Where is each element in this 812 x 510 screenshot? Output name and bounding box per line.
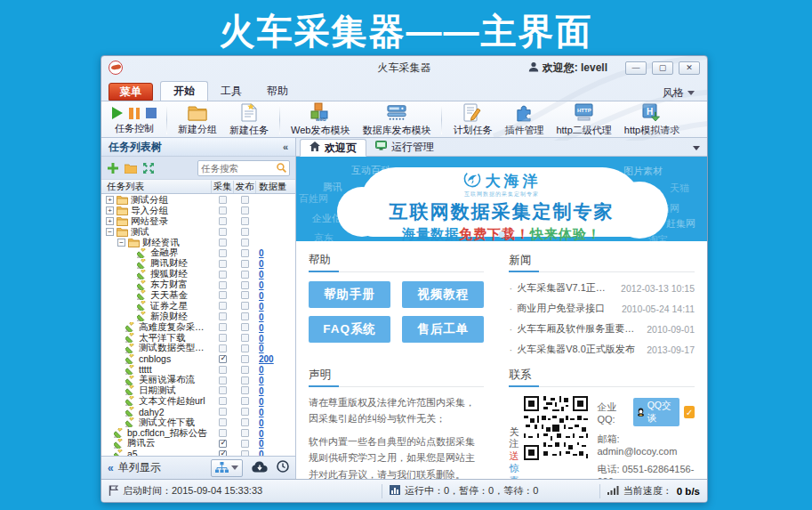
publish-checkbox[interactable] — [241, 334, 249, 342]
publish-checkbox[interactable] — [241, 271, 249, 279]
qq-chat-button[interactable]: QQ交谈 — [633, 398, 680, 426]
collect-checkbox[interactable] — [219, 217, 227, 225]
publish-checkbox[interactable] — [241, 440, 249, 448]
group-folder-icon[interactable] — [125, 162, 137, 174]
close-button[interactable]: ✕ — [679, 61, 700, 75]
publish-checkbox[interactable] — [241, 302, 249, 310]
maximize-button[interactable]: ▢ — [652, 61, 673, 75]
publish-checkbox[interactable] — [241, 217, 249, 225]
publish-checkbox[interactable] — [241, 260, 249, 268]
promo-banner[interactable]: 互动百科腾讯百姓网企业信息京东图片素材微信天猫当当网赶集网淘宝 大海洋 互联网数… — [296, 157, 707, 241]
tab-start[interactable]: 开始 — [160, 81, 208, 101]
news-item[interactable]: ·火车车厢及软件服务重要奖励公告2010-09-01 — [509, 319, 695, 339]
cloud-download-icon[interactable] — [252, 460, 268, 476]
tree-item-label[interactable]: 文本文件起始url — [139, 395, 212, 408]
help-button[interactable]: 视频教程 — [402, 281, 484, 308]
data-count-link[interactable]: 0 — [259, 408, 264, 417]
column-collect[interactable]: 采集 — [212, 181, 234, 193]
news-item-text[interactable]: 商业用户免登录接口 — [517, 302, 615, 315]
collect-checkbox[interactable] — [219, 271, 227, 279]
publish-checkbox[interactable] — [241, 366, 249, 374]
ribbon-button-http-request[interactable]: Hhttp模拟请求 — [618, 103, 686, 136]
data-count-link[interactable]: 0 — [259, 418, 264, 428]
stop-icon[interactable] — [146, 108, 157, 118]
tree-row[interactable]: 腾讯云0 — [101, 438, 295, 449]
news-item[interactable]: ·火车采集器V8.0正式版发布2013-09-17 — [509, 339, 695, 360]
tree-row[interactable]: a50 — [101, 449, 295, 457]
publish-checkbox[interactable] — [241, 228, 249, 236]
publish-checkbox[interactable] — [241, 281, 249, 289]
help-button[interactable]: 售后工单 — [402, 316, 484, 343]
collect-checkbox[interactable] — [219, 228, 227, 236]
data-count-link[interactable]: 0 — [259, 302, 264, 312]
publish-checkbox[interactable] — [241, 376, 249, 385]
collect-checkbox[interactable] — [219, 302, 227, 310]
data-count-link[interactable]: 0 — [259, 344, 264, 353]
ribbon-button-web-publish[interactable]: webWeb发布模块 — [285, 103, 356, 136]
publish-checkbox[interactable] — [241, 418, 249, 426]
collect-checkbox[interactable] — [219, 386, 227, 394]
publish-checkbox[interactable] — [241, 408, 249, 416]
data-count-link[interactable]: 0 — [259, 270, 264, 279]
tree-view-mode-button[interactable] — [211, 459, 243, 477]
tree-expander-icon[interactable]: + — [106, 196, 114, 204]
collect-checkbox[interactable] — [219, 366, 227, 374]
collect-checkbox[interactable] — [219, 429, 227, 437]
collect-checkbox[interactable] — [219, 376, 227, 385]
data-count-link[interactable]: 0 — [259, 312, 264, 322]
column-task-list[interactable]: 任务列表 — [101, 181, 212, 193]
collect-checkbox[interactable] — [219, 355, 227, 363]
collect-checkbox[interactable] — [219, 312, 227, 320]
collect-checkbox[interactable] — [219, 249, 227, 257]
collect-checkbox[interactable] — [219, 397, 227, 405]
collect-checkbox[interactable] — [219, 440, 227, 448]
carousel-dot[interactable] — [499, 231, 505, 238]
tree-row[interactable]: 文本文件起始url0 — [101, 396, 295, 407]
help-button[interactable]: FAQ系统 — [309, 316, 390, 343]
tree-item-label[interactable]: cnblogs — [139, 353, 212, 364]
tree-item-label[interactable]: 测试数据类型转换 — [139, 342, 212, 354]
column-count[interactable]: 数据量 — [256, 181, 295, 193]
collect-checkbox[interactable] — [219, 418, 227, 426]
search-icon[interactable] — [277, 160, 286, 176]
publish-checkbox[interactable] — [241, 323, 249, 331]
history-clock-icon[interactable] — [277, 460, 289, 476]
news-item[interactable]: ·商业用户免登录接口2010-05-24 14:11 — [509, 298, 695, 319]
collect-checkbox[interactable] — [219, 291, 227, 299]
tree-expander-icon[interactable]: + — [106, 206, 114, 215]
single-column-toggle[interactable]: « 单列显示 — [108, 460, 161, 475]
publish-checkbox[interactable] — [241, 344, 249, 352]
tab-help[interactable]: 帮助 — [254, 81, 301, 101]
collect-checkbox[interactable] — [219, 344, 227, 352]
news-item-text[interactable]: 火车采集器V8.0正式版发布 — [517, 343, 639, 356]
publish-checkbox[interactable] — [241, 429, 249, 437]
tab-welcome[interactable]: 欢迎页 — [300, 139, 366, 157]
collect-checkbox[interactable] — [219, 239, 227, 247]
collect-checkbox[interactable] — [219, 206, 227, 215]
collect-checkbox[interactable] — [219, 334, 227, 342]
publish-checkbox[interactable] — [241, 196, 249, 204]
publish-checkbox[interactable] — [241, 355, 249, 363]
collect-checkbox[interactable] — [219, 196, 227, 204]
data-count-link[interactable]: 0 — [259, 365, 264, 375]
pause-icon[interactable] — [129, 108, 140, 119]
publish-checkbox[interactable] — [241, 239, 249, 247]
task-search-input[interactable] — [201, 163, 277, 174]
data-count-link[interactable]: 0 — [259, 376, 264, 385]
publish-checkbox[interactable] — [241, 249, 249, 257]
tab-run-manage[interactable]: 运行管理 — [366, 138, 443, 156]
tree-expander-icon[interactable]: − — [117, 239, 125, 247]
menu-button[interactable]: 菜单 — [109, 83, 153, 101]
panel-collapse-icon[interactable]: « — [283, 142, 288, 152]
data-count-link[interactable]: 0 — [259, 291, 264, 301]
data-count-link[interactable]: 0 — [259, 334, 264, 344]
collect-checkbox[interactable] — [219, 260, 227, 268]
tree-item-label[interactable]: 腾讯云 — [127, 437, 212, 449]
publish-checkbox[interactable] — [241, 206, 249, 215]
chevron-down-icon[interactable] — [693, 146, 700, 150]
publish-checkbox[interactable] — [241, 397, 249, 405]
ribbon-button-plugin-manage[interactable]: 插件管理 — [498, 103, 550, 136]
expand-all-icon[interactable] — [142, 162, 155, 174]
news-item-text[interactable]: 火车车厢及软件服务重要奖励公告 — [517, 322, 639, 336]
publish-checkbox[interactable] — [241, 312, 249, 320]
